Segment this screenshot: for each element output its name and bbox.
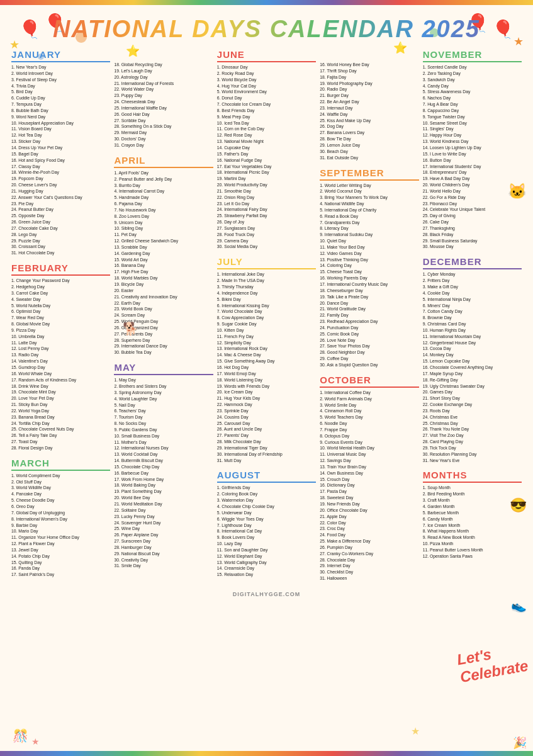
list-item: 16. Hot and Spicy Food Day: [11, 157, 110, 164]
list-item: 28. Good Neighbor Day: [320, 349, 418, 356]
list-item: 4. World Laughter Day: [114, 396, 213, 402]
list-item: 25. Day of Giving: [423, 213, 522, 219]
march2-list: 18. Global Recycling Day19. Let's Laugh …: [114, 62, 213, 149]
january-list: 1. New Year's Day2. World Introvert Day3…: [11, 64, 110, 256]
list-item: 17. World Emoji Day: [217, 371, 316, 377]
list-item: 10. Umbrella Day: [11, 334, 110, 340]
list-item: 29. Camera Day: [217, 238, 316, 244]
list-item: 31. Mutt Day: [217, 458, 316, 464]
list-item: 14. Cupcake Day: [217, 145, 316, 151]
list-item: 4. Chocolate Chip Cookie Day: [217, 504, 316, 510]
list-item: 19. World Photography Day: [320, 81, 418, 87]
list-item: 28. Floral Design Day: [11, 445, 110, 451]
list-item: 12. Simplicity Day: [217, 340, 316, 346]
months-list: 1. Soup Month2. Bird Feeding Month3. Cra…: [423, 485, 522, 559]
list-item: 21. Short Story Day: [423, 395, 522, 402]
list-item: 2. Zero Tasking Day: [423, 71, 522, 77]
list-item: 11. Vision Board Day: [11, 126, 110, 132]
bottom-deco-left: 🎊: [13, 728, 28, 743]
list-item: 25. Comic Book Day: [320, 331, 418, 337]
june-list: 1. Dinosaur Day2. Rocky Road Day3. World…: [217, 64, 316, 250]
list-item: 1. International Coffee Day: [320, 390, 418, 396]
list-item: 17. Classy Day: [11, 164, 110, 170]
main-content: January 1. New Year's Day2. World Introv…: [6, 49, 527, 588]
list-item: 24. Peanut Butter Day: [11, 206, 110, 213]
february-section: February 1. Change Your Password Day2. H…: [11, 262, 110, 451]
list-item: 22. Go For a Ride Day: [423, 195, 522, 201]
november-section: November 1. Scented Candle Day2. Zero Ta…: [423, 49, 522, 250]
list-item: 16. Chocolate Covered Anything Day: [423, 364, 522, 371]
list-item: 8. International Cat Day: [217, 528, 316, 534]
list-item: 18. Winnie-the-Pooh Day: [11, 169, 110, 176]
list-item: 13. World Cocktail Day: [114, 451, 213, 458]
list-item: 3. Burrito Day: [114, 183, 213, 189]
list-item: 31. New Year's Eve: [423, 458, 522, 464]
august-title: August: [217, 470, 316, 483]
list-item: 7. Tempura Day: [11, 101, 110, 108]
list-item: 2. World Farm Animals Day: [320, 396, 418, 402]
list-item: 28. Something On a Stick Day: [114, 123, 213, 130]
august-list: 1. Girlfriends Day2. Coloring Book Day3.…: [217, 485, 316, 578]
list-item: 10. Kitten Day: [217, 327, 316, 334]
bottom-star-right: ★: [411, 725, 420, 737]
list-item: 29. Internet Day: [320, 563, 418, 569]
list-item: 27. Cranky Co-Workers Day: [320, 551, 418, 557]
list-item: 24. Cousins Day: [217, 414, 316, 420]
list-item: 22. World Water Day: [114, 86, 213, 93]
list-item: 30. Beach Day: [320, 149, 418, 155]
list-item: 29. Puzzle Day: [11, 238, 110, 244]
list-item: 5. Bird Day: [11, 89, 110, 95]
list-item: 22. Cookie Exchange Day: [423, 402, 522, 408]
list-item: 21. Creativity and Innovation Day: [114, 294, 213, 300]
april-title: April: [114, 155, 213, 168]
list-item: 9. Public Gardens Day: [114, 427, 213, 433]
list-item: 17. Random Acts of Kindness Day: [11, 377, 110, 383]
list-item: 3. Make a Gift Day: [423, 284, 522, 290]
list-item: 18. World Baking Day: [114, 482, 213, 488]
list-item: 20. Radio Day: [320, 86, 418, 93]
list-item: 27. Scribble Day: [114, 118, 213, 124]
list-item: 18. Re-Gifting Day: [423, 377, 522, 383]
list-item: 7. Ice Cream Month: [423, 522, 522, 529]
list-item: 17. International Country Music Day: [320, 281, 418, 288]
october-title: October: [320, 375, 418, 388]
list-item: 23. Pie Day: [11, 201, 110, 207]
list-item: 26. Cake Day: [423, 219, 522, 225]
list-item: 21. Hugging Day: [11, 188, 110, 195]
list-item: 13. Train Your Brain Day: [320, 464, 418, 470]
april-list: 1. April Fools' Day2. Peanut Butter and …: [114, 170, 213, 356]
list-item: 4. Candy Day: [423, 83, 522, 89]
list-item: 24. Christmas Eve: [423, 414, 522, 420]
list-item: 19. New Friends Day: [320, 501, 418, 507]
list-item: 14. Mac & Cheese Day: [217, 352, 316, 358]
list-item: 19. Talk Like a Pirate Day: [320, 294, 418, 300]
list-item: 8. Brownie Day: [423, 315, 522, 321]
list-item: 17. Maple Syrup Day: [423, 371, 522, 377]
list-item: 24. International Fairy Day: [217, 206, 316, 213]
list-item: 29. Lemon Juice Day: [320, 142, 418, 149]
list-item: 12. World Elephant Day: [217, 553, 316, 560]
list-item: 15. I Love to Write Day: [423, 151, 522, 157]
list-item: 19. Words with Friends Day: [217, 383, 316, 390]
list-item: 23. Roots Day: [423, 408, 522, 414]
list-item: 29. International Tiger Day: [217, 445, 316, 451]
list-item: 5. World Nutella Day: [11, 303, 110, 309]
list-item: 9. Sugar Cookie Day: [217, 321, 316, 327]
october-list: 1. International Coffee Day2. World Farm…: [320, 390, 418, 582]
list-item: 14. Own Business Day: [320, 470, 418, 477]
list-item: 6. Cuddle Up Day: [11, 95, 110, 101]
list-item: 14. Monkey Day: [423, 352, 522, 358]
list-item: 10. Mario Day: [11, 528, 110, 534]
list-item: 12. Happy Hour Day: [423, 132, 522, 138]
list-item: 23. Internaut Day: [320, 105, 418, 111]
list-item: 11. International Mountain Day: [423, 334, 522, 340]
list-item: 18. Fajita Day: [320, 74, 418, 81]
list-item: 8. International Women's Day: [11, 516, 110, 522]
list-item: 25. Opposite Day: [11, 213, 110, 219]
june2-list: 16. World Honey Bee Day17. Thrift Shop D…: [320, 62, 418, 161]
list-item: 20. Games Day: [423, 389, 522, 395]
list-item: 23. Fibonacci Day: [423, 201, 522, 207]
list-item: 16. World Whale Day: [11, 371, 110, 377]
list-item: 21. Apple Day: [320, 514, 418, 520]
list-item: 26. Get Organized Day: [114, 325, 213, 331]
